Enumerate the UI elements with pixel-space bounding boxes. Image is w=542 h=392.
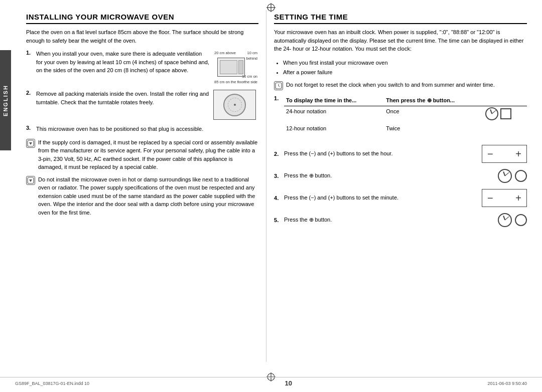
circle-btn-3 bbox=[515, 170, 527, 182]
note-1-icon bbox=[26, 139, 35, 148]
plus-symbol-1: + bbox=[515, 146, 521, 161]
step-1-text: When you install your oven, make sure th… bbox=[36, 50, 209, 75]
clock-icon-5 bbox=[498, 213, 512, 227]
step-2-row: Remove all packing materials inside the … bbox=[36, 90, 258, 120]
right-note-icon bbox=[274, 81, 283, 90]
row0-icon bbox=[470, 106, 527, 123]
step-1-content: When you install your oven, make sure th… bbox=[36, 50, 258, 85]
footer-right: 2011-06-03 9:50:40 bbox=[487, 381, 527, 386]
row1-col2: Twice bbox=[384, 123, 470, 134]
time-table: To display the time in the... Then press… bbox=[284, 95, 527, 134]
right-step-4-content: Press the (−) and (+) buttons to set the… bbox=[284, 189, 527, 207]
dim-above: 20 cm above bbox=[214, 50, 236, 56]
note-2-text: Do not install the microwave oven in hot… bbox=[38, 175, 258, 217]
note-2: Do not install the microwave oven in hot… bbox=[26, 175, 258, 217]
right-step-3-icon bbox=[482, 169, 527, 183]
clock-icon-3 bbox=[498, 169, 512, 183]
row0-col1: 24-hour notation bbox=[284, 106, 384, 123]
page: ENGLISH INSTALLING YOUR MICROWAVE OVEN P… bbox=[0, 0, 542, 392]
right-intro: Your microwave oven has an inbuilt clock… bbox=[274, 28, 527, 53]
right-step-1-num: 1. bbox=[274, 95, 282, 101]
right-step-3-content: Press the ⊕ button. bbox=[284, 169, 527, 183]
step-2-num: 2. bbox=[26, 90, 34, 96]
right-step-1: 1. To display the time in the... Then pr… bbox=[274, 95, 527, 139]
minus-symbol-1: − bbox=[487, 146, 493, 161]
right-step-2-num: 2. bbox=[274, 151, 282, 157]
step-3: 3. This microwave oven has to be positio… bbox=[26, 125, 258, 133]
bullet-list: When you first install your microwave ov… bbox=[283, 58, 527, 78]
left-intro: Place the oven on a flat level surface 8… bbox=[26, 28, 258, 45]
step-3-text: This microwave oven has to be positioned… bbox=[36, 125, 258, 133]
right-note-text: Do not forget to reset the clock when yo… bbox=[286, 81, 527, 89]
right-step-3: 3. Press the ⊕ button. bbox=[274, 169, 527, 183]
col3-header bbox=[470, 95, 527, 106]
step-2-content: Remove all packing materials inside the … bbox=[36, 90, 258, 120]
step-1-row: When you install your oven, make sure th… bbox=[36, 50, 258, 85]
minus-plus-box-2: − + bbox=[482, 189, 527, 207]
right-step-5-icon bbox=[482, 213, 527, 227]
col1-header: To display the time in the... bbox=[284, 95, 384, 106]
page-number: 10 bbox=[285, 379, 292, 387]
right-step-3-num: 3. bbox=[274, 173, 282, 179]
step-1-num: 1. bbox=[26, 50, 34, 56]
right-step-4: 4. Press the (−) and (+) buttons to set … bbox=[274, 189, 527, 207]
plus-symbol-2: + bbox=[515, 190, 521, 206]
svg-marker-6 bbox=[29, 179, 32, 182]
table-row-1: 12-hour notation Twice bbox=[284, 123, 527, 134]
right-step-5-text: Press the ⊕ button. bbox=[284, 216, 332, 224]
left-column: INSTALLING YOUR MICROWAVE OVEN Place the… bbox=[26, 10, 266, 362]
footer: GS89F_BAL_03817G-01-EN.indd 10 10 2011-0… bbox=[0, 377, 542, 387]
note-1-text: If the supply cord is damaged, it must b… bbox=[38, 138, 258, 171]
step-3-num: 3. bbox=[26, 125, 34, 131]
right-step-5-content: Press the ⊕ button. bbox=[284, 213, 527, 227]
right-step-4-num: 4. bbox=[274, 195, 282, 201]
step-2-diagram bbox=[213, 90, 258, 120]
right-note: Do not forget to reset the clock when yo… bbox=[274, 81, 527, 90]
minus-symbol-2: − bbox=[487, 190, 493, 206]
dim-side: 10 cm on the side bbox=[240, 74, 257, 85]
footer-left: GS89F_BAL_03817G-01-EN.indd 10 bbox=[15, 381, 89, 386]
note-2-icon bbox=[26, 176, 35, 185]
right-step-5-num: 5. bbox=[274, 217, 282, 223]
dim-behind: 10 cm behind bbox=[238, 50, 257, 62]
right-step-2-icon: − + bbox=[482, 145, 527, 163]
right-step-4-icon: − + bbox=[482, 189, 527, 207]
minus-plus-box-1: − + bbox=[482, 145, 527, 163]
right-step-2-text: Press the (−) and (+) buttons to set the… bbox=[284, 149, 392, 158]
bullet-item-1: After a power failure bbox=[283, 68, 527, 78]
svg-line-9 bbox=[279, 86, 280, 87]
col2-header: Then press the ⊕ button... bbox=[384, 95, 470, 106]
step-1: 1. When you install your oven, make sure… bbox=[26, 50, 258, 85]
right-column: SETTING THE TIME Your microwave oven has… bbox=[266, 10, 527, 362]
step-3-content: This microwave oven has to be positioned… bbox=[36, 125, 258, 133]
row1-col1: 12-hour notation bbox=[284, 123, 384, 134]
right-step-5: 5. Press the ⊕ button. bbox=[274, 213, 527, 227]
clock-icon-1 bbox=[485, 107, 498, 120]
right-step-3-text: Press the ⊕ button. bbox=[284, 171, 332, 180]
sidebar-english-label: ENGLISH bbox=[0, 50, 11, 150]
svg-marker-4 bbox=[29, 142, 32, 145]
bullet-item-0: When you first install your microwave ov… bbox=[283, 58, 527, 68]
main-content: INSTALLING YOUR MICROWAVE OVEN Place the… bbox=[26, 10, 527, 362]
note-1: If the supply cord is damaged, it must b… bbox=[26, 138, 258, 171]
top-crosshair bbox=[266, 3, 276, 14]
circle-btn-1 bbox=[500, 108, 511, 119]
right-step-4-text: Press the (−) and (+) buttons to set the… bbox=[284, 193, 398, 202]
step-1-diagram: 20 cm above 10 cm behind 85 cm on the fl… bbox=[213, 50, 258, 85]
step-2: 2. Remove all packing materials inside t… bbox=[26, 90, 258, 120]
step-2-text: Remove all packing materials inside the … bbox=[36, 90, 209, 106]
step1-table-wrapper: To display the time in the... Then press… bbox=[284, 95, 527, 139]
right-step-2-content: Press the (−) and (+) buttons to set the… bbox=[284, 145, 527, 163]
table-row-0: 24-hour notation Once bbox=[284, 106, 527, 123]
right-section-title: SETTING THE TIME bbox=[274, 13, 527, 24]
left-section-title: INSTALLING YOUR MICROWAVE OVEN bbox=[26, 13, 258, 24]
circle-btn-5 bbox=[515, 214, 527, 226]
row1-icon bbox=[470, 123, 527, 134]
row0-col2: Once bbox=[384, 106, 470, 123]
right-step-1-content: To display the time in the... Then press… bbox=[284, 95, 527, 139]
right-step-2: 2. Press the (−) and (+) buttons to set … bbox=[274, 145, 527, 163]
